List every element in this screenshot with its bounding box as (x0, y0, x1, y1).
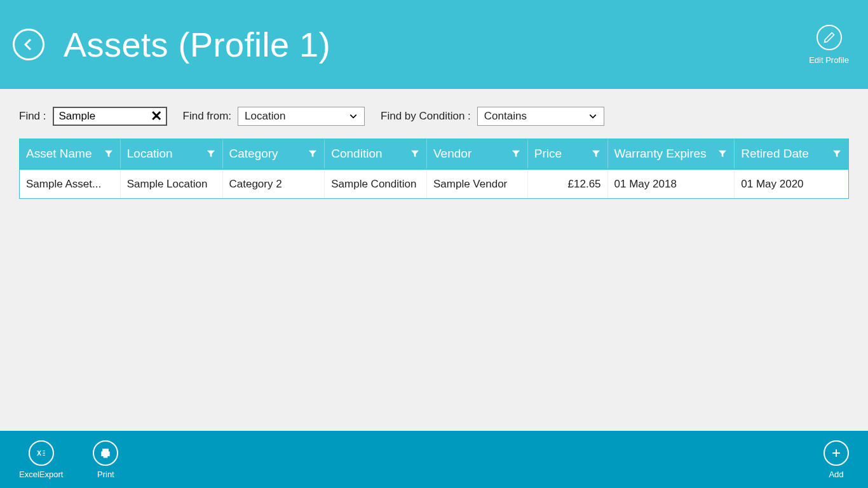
chevron-down-icon (588, 112, 597, 121)
assets-table: Asset Name Location Category Condition V… (19, 139, 849, 199)
find-from-value: Location (245, 110, 285, 123)
clear-icon[interactable]: ✕ (151, 108, 162, 125)
filter-icon[interactable] (308, 149, 318, 159)
print-icon (99, 447, 112, 459)
filter-icon[interactable] (104, 149, 114, 159)
table-row[interactable]: Sample Asset... Sample Location Category… (20, 170, 848, 198)
find-condition-label: Find by Condition : (381, 110, 471, 123)
page-header: Assets (Profile 1) Edit Profile (0, 0, 868, 89)
cell-price: £12.65 (528, 170, 608, 198)
column-header-asset-name[interactable]: Asset Name (20, 139, 121, 168)
filter-icon[interactable] (206, 149, 216, 159)
excel-export-button[interactable]: X ExcelExport (19, 440, 63, 479)
find-input-wrapper: ✕ (53, 107, 167, 126)
find-input[interactable] (54, 108, 149, 125)
edit-profile-button[interactable]: Edit Profile (809, 25, 849, 65)
cell-condition: Sample Condition (325, 170, 427, 198)
print-icon-circle (93, 440, 118, 466)
filter-icon[interactable] (717, 149, 728, 159)
chevron-down-icon (349, 112, 358, 121)
add-button[interactable]: Add (824, 440, 849, 479)
find-condition-dropdown[interactable]: Contains (477, 107, 604, 126)
plus-icon-circle (824, 440, 849, 466)
print-button[interactable]: Print (93, 440, 118, 479)
print-label: Print (93, 470, 118, 479)
column-header-location[interactable]: Location (121, 139, 223, 168)
svg-text:X: X (37, 450, 41, 457)
cell-vendor: Sample Vendor (427, 170, 528, 198)
cell-asset-name: Sample Asset... (20, 170, 121, 198)
column-header-condition[interactable]: Condition (325, 139, 427, 168)
plus-icon (830, 447, 843, 459)
filter-icon[interactable] (591, 149, 601, 159)
app-bar: X ExcelExport Print Add (0, 431, 868, 488)
find-from-label: Find from: (183, 110, 232, 123)
column-header-vendor[interactable]: Vendor (427, 139, 528, 168)
cell-location: Sample Location (121, 170, 223, 198)
excel-icon-circle: X (29, 440, 54, 466)
find-label: Find : (19, 110, 46, 123)
table-header-row: Asset Name Location Category Condition V… (20, 139, 848, 170)
find-from-dropdown[interactable]: Location (238, 107, 365, 126)
excel-icon: X (35, 447, 48, 459)
pencil-icon (823, 31, 836, 44)
column-header-warranty-expires[interactable]: Warranty Expires (608, 139, 735, 168)
find-condition-value: Contains (484, 110, 527, 123)
page-title: Assets (Profile 1) (64, 25, 330, 64)
column-header-retired-date[interactable]: Retired Date (735, 139, 848, 168)
find-from-group: Find from: Location (183, 107, 365, 126)
add-label: Add (824, 470, 849, 479)
back-arrow-icon (21, 37, 36, 52)
filter-icon[interactable] (511, 149, 521, 159)
filter-icon[interactable] (832, 149, 842, 159)
find-condition-group: Find by Condition : Contains (381, 107, 604, 126)
column-header-category[interactable]: Category (223, 139, 325, 168)
cell-retired-date: 01 May 2020 (735, 170, 848, 198)
pencil-icon-circle (817, 25, 842, 50)
cell-warranty-expires: 01 May 2018 (608, 170, 735, 198)
filter-icon[interactable] (410, 149, 420, 159)
edit-profile-label: Edit Profile (809, 55, 849, 65)
excel-export-label: ExcelExport (19, 470, 63, 479)
header-left: Assets (Profile 1) (13, 25, 330, 64)
filters-bar: Find : ✕ Find from: Location Find by Con… (0, 89, 868, 139)
back-button[interactable] (13, 29, 44, 60)
column-header-price[interactable]: Price (528, 139, 608, 168)
cell-category: Category 2 (223, 170, 325, 198)
app-bar-left: X ExcelExport Print (19, 440, 118, 479)
find-group: Find : ✕ (19, 107, 167, 126)
